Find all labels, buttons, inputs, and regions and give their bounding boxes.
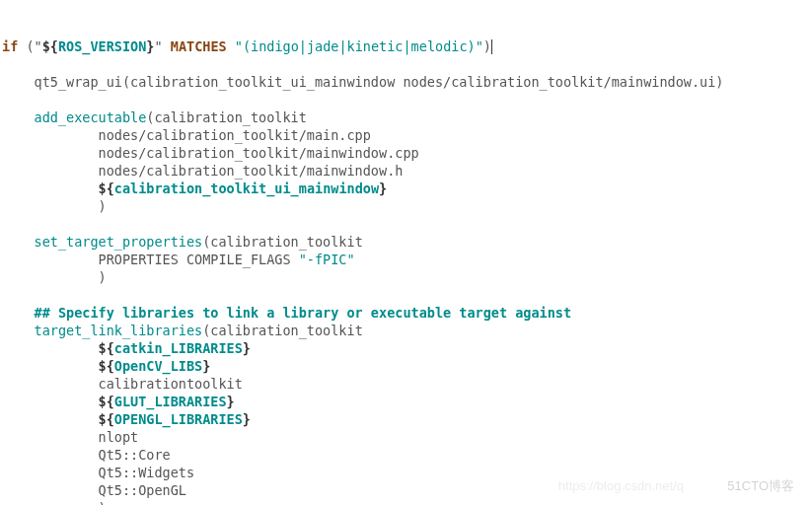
line: Qt5::OpenGL: [2, 482, 186, 498]
space: [163, 38, 171, 54]
variable-ui-mainwindow: calibration_toolkit_ui_mainwindow: [114, 180, 379, 196]
close-paren: ): [2, 500, 107, 505]
string-fpic: "-fPIC": [299, 252, 355, 267]
line: calibrationtoolkit: [2, 376, 243, 392]
quote: ": [154, 38, 162, 54]
args: (calibration_toolkit: [202, 323, 363, 338]
variable-opencv: OpenCV_LIBS: [114, 358, 202, 374]
dollar-brace: ${: [99, 411, 114, 427]
comment-line: ## Specify libraries to link a library o…: [2, 305, 571, 321]
func-set-target-properties: set_target_properties: [35, 234, 203, 250]
close-brace: }: [379, 180, 387, 196]
line: nodes/calibration_toolkit/mainwindow.h: [2, 163, 403, 179]
indent: [2, 358, 99, 374]
quote: ": [35, 38, 42, 54]
close-paren: ): [483, 38, 491, 54]
close-brace: }: [202, 358, 210, 374]
close-brace: }: [243, 411, 251, 427]
line: nlopt: [2, 429, 138, 445]
close-brace: }: [227, 394, 235, 409]
close-paren: ): [2, 198, 107, 214]
dollar-brace: ${: [42, 38, 58, 54]
string-regex: "(indigo|jade|kinetic|melodic)": [235, 38, 483, 54]
args: (calibration_toolkit: [202, 234, 363, 250]
dollar-brace: ${: [99, 358, 114, 374]
line: nodes/calibration_toolkit/main.cpp: [2, 127, 371, 143]
dollar-brace: ${: [99, 340, 114, 356]
line: Qt5::Widgets: [2, 465, 194, 480]
indent: [2, 411, 99, 427]
variable-opengl: OPENGL_LIBRARIES: [114, 411, 243, 427]
variable-ros-version: ROS_VERSION: [58, 38, 146, 54]
line: PROPERTIES COMPILE_FLAGS: [2, 252, 299, 267]
line: nodes/calibration_toolkit/mainwindow.cpp: [2, 145, 419, 161]
dollar-brace: ${: [99, 180, 114, 196]
close-brace: }: [243, 340, 251, 356]
keyword-if: if: [2, 38, 18, 54]
close-paren: ): [2, 269, 107, 285]
code-block: if ("${ROS_VERSION}" MATCHES "(indigo|ja…: [2, 37, 810, 505]
dollar-brace: ${: [99, 394, 114, 409]
text-cursor: [491, 39, 492, 54]
indent: [2, 180, 99, 196]
args: (calibration_toolkit: [146, 109, 307, 125]
text: (: [18, 38, 34, 54]
func-add-executable: add_executable: [35, 109, 147, 125]
indent: [2, 394, 99, 409]
func-target-link-libraries: target_link_libraries: [35, 323, 203, 338]
line-qt5-wrap: qt5_wrap_ui(calibration_toolkit_ui_mainw…: [2, 74, 724, 90]
variable-catkin: catkin_LIBRARIES: [114, 340, 243, 356]
indent: [2, 340, 99, 356]
line: Qt5::Core: [2, 447, 171, 463]
keyword-matches: MATCHES: [171, 38, 227, 54]
space: [227, 38, 235, 54]
variable-glut: GLUT_LIBRARIES: [114, 394, 227, 409]
